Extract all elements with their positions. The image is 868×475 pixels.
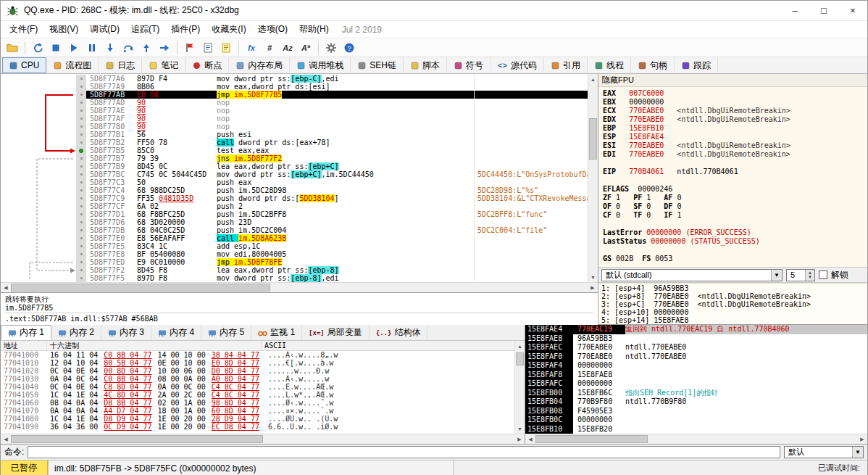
register-line[interactable]: EFLAGS 00000246 bbox=[603, 185, 863, 194]
stack-arg-line[interactable]: 5: [esp+14] 15E8FAE8 bbox=[601, 316, 864, 324]
disasm-row[interactable]: 5D8F77D668 3D020000push 23D bbox=[1, 218, 588, 226]
disasm-row[interactable]: 5D8F77B156push esi bbox=[1, 131, 588, 139]
stack-view[interactable]: 15E8FAE4770EAC19返回到 ntdll.770EAC19 自 ntd… bbox=[525, 325, 867, 434]
restart-button[interactable] bbox=[29, 40, 46, 56]
breakpoint-gutter[interactable] bbox=[76, 194, 86, 202]
scroll-thumb[interactable] bbox=[11, 435, 263, 443]
memory-row[interactable]: 7704101012 04 10 0480 5B 04 770E 00 10 0… bbox=[1, 359, 514, 367]
disassembly-vscrollbar[interactable]: ▲▼ bbox=[588, 74, 598, 282]
menu-plugins[interactable]: 插件(P) bbox=[165, 21, 206, 38]
chevron-down-icon[interactable]: ▼ bbox=[771, 270, 782, 281]
calculator-button[interactable]: fx bbox=[243, 40, 260, 56]
tab-dump-2[interactable]: 内存 2 bbox=[51, 325, 101, 340]
breakpoint-gutter[interactable] bbox=[76, 274, 86, 282]
registers-view[interactable]: EAX 007C6000EBX 00000000ECX 770EABE0 <nt… bbox=[598, 87, 867, 267]
register-line[interactable]: ESI 770EABE0 <ntdll.DbgUiRemoteBreakin> bbox=[603, 141, 863, 150]
breakpoint-gutter[interactable] bbox=[76, 242, 86, 250]
minimize-button[interactable]: – bbox=[780, 1, 809, 20]
breakpoint-gutter[interactable] bbox=[76, 75, 86, 83]
scroll-right-icon[interactable]: ▶ bbox=[588, 283, 598, 292]
register-line[interactable] bbox=[603, 159, 863, 168]
disasm-row[interactable]: 5D8F77D168 F8BFC25Dpush im.5DC2BFF85DC2B… bbox=[1, 210, 588, 218]
register-line[interactable]: ESP 15E8FAE4 bbox=[603, 133, 863, 141]
tab-breakpoints[interactable]: 断点 bbox=[185, 57, 229, 73]
close-button[interactable]: × bbox=[838, 1, 867, 20]
memory-row[interactable]: 7704109036 04 36 000C D9 04 771E 00 20 0… bbox=[1, 423, 514, 431]
hide-fpu-button[interactable]: 隐藏FPU bbox=[598, 74, 867, 87]
tab-call-stack[interactable]: 调用堆栈 bbox=[290, 57, 351, 73]
assemble-button[interactable]: A* bbox=[297, 40, 314, 56]
execute-till-return-button[interactable] bbox=[138, 40, 155, 56]
tab-log[interactable]: 日志 bbox=[99, 57, 142, 73]
command-input[interactable] bbox=[28, 446, 780, 458]
breakpoint-gutter[interactable] bbox=[76, 266, 86, 274]
breakpoint-gutter[interactable] bbox=[76, 123, 86, 131]
breakpoint-gutter[interactable] bbox=[76, 83, 86, 91]
memory-row[interactable]: 770410400C 04 0E 04C8 8D 04 770A 00 0C 0… bbox=[1, 383, 514, 391]
stack-row[interactable]: 15E8FB1015E8FB20 bbox=[525, 425, 867, 434]
disasm-row[interactable]: 5D8F77DB68 04C0C25Dpush im.5DC2C0045DC2C… bbox=[1, 226, 588, 234]
register-line[interactable]: CF 0 TF 0 IF 1 bbox=[603, 211, 863, 220]
stack-arg-line[interactable]: 2: [esp+8] 770EABE0 <ntdll.DbgUiRemoteBr… bbox=[601, 292, 864, 300]
memory-dump-hscrollbar[interactable]: ◀▶ bbox=[1, 434, 525, 444]
breakpoint-gutter[interactable] bbox=[76, 210, 86, 218]
tab-cpu[interactable]: CPU bbox=[2, 57, 46, 73]
disasm-row[interactable]: 5D8F77F5897D F8mov dword ptr ss:[ebp-8],… bbox=[1, 274, 588, 282]
disasm-row[interactable]: 5D8F77CF6A 02push 2 bbox=[1, 202, 588, 210]
breakpoint-gutter[interactable] bbox=[76, 115, 86, 123]
breakpoint-gutter[interactable] bbox=[76, 91, 86, 99]
stack-row[interactable]: 15E8FAFC00000000 bbox=[525, 379, 867, 389]
calling-convention-select[interactable]: 默认 (stdcall) ▼ bbox=[601, 269, 783, 281]
scroll-down-icon[interactable]: ▼ bbox=[515, 424, 525, 434]
menu-favourites[interactable]: 收藏夹(I) bbox=[206, 21, 251, 38]
scroll-up-icon[interactable]: ▲ bbox=[588, 74, 598, 84]
register-line[interactable]: ECX 770EABE0 <ntdll.DbgUiRemoteBreakin> bbox=[603, 107, 863, 115]
stack-arguments-view[interactable]: 1: [esp+4] 96A59BB32: [esp+8] 770EABE0 <… bbox=[598, 283, 867, 324]
run-button[interactable] bbox=[65, 40, 83, 56]
scroll-track[interactable] bbox=[515, 351, 525, 424]
stop-button[interactable] bbox=[47, 40, 64, 56]
breakpoint-gutter[interactable] bbox=[76, 178, 86, 186]
stack-row[interactable]: 15E8FAE896A59BB3 bbox=[525, 334, 867, 344]
tab-symbols[interactable]: 符号 bbox=[447, 57, 491, 73]
register-line[interactable] bbox=[603, 246, 863, 255]
disasm-row[interactable]: 5D8F77AD90nop bbox=[1, 99, 588, 107]
disasm-row[interactable]: 5D8F77E8BF 05400080mov edi,80004005 bbox=[1, 250, 588, 258]
spinner-arrows-icon[interactable]: ▲▼ bbox=[805, 270, 814, 281]
register-line[interactable]: ZF 1 PF 1 AF 0 bbox=[603, 194, 863, 202]
tab-threads[interactable]: 线程 bbox=[588, 57, 631, 73]
menu-options[interactable]: 选项(O) bbox=[252, 21, 293, 38]
breakpoint-gutter[interactable] bbox=[76, 170, 86, 178]
breakpoint-gutter[interactable] bbox=[76, 139, 86, 146]
menu-help[interactable]: 帮助(H) bbox=[293, 21, 335, 38]
breakpoint-gutter[interactable] bbox=[76, 131, 86, 139]
step-into-button[interactable] bbox=[101, 40, 119, 56]
memory-row[interactable]: 770410200C 04 0E 0400 8D 04 7710 00 06 0… bbox=[1, 367, 514, 375]
disassembly-view[interactable]: 5D8F77A6897D F4mov dword ptr ss:[ebp-C],… bbox=[1, 74, 588, 282]
patch-file-button[interactable]: # bbox=[261, 40, 278, 56]
stack-row[interactable]: 15E8FAF815E8FAE8 bbox=[525, 371, 867, 380]
memory-row[interactable]: 7704106008 04 0A 04D8 8B 04 7702 00 1A 0… bbox=[1, 399, 514, 407]
breakpoint-gutter[interactable] bbox=[76, 162, 86, 170]
register-line[interactable]: EIP 770B4061 ntdll.770B4061 bbox=[603, 168, 863, 176]
breakpoint-gutter[interactable] bbox=[76, 202, 86, 210]
register-line[interactable]: OF 0 SF 0 DF 0 bbox=[603, 202, 863, 211]
scroll-left-icon[interactable]: ◀ bbox=[525, 434, 535, 444]
scroll-up-icon[interactable]: ▲ bbox=[515, 341, 525, 351]
stack-row[interactable]: 15E8FB08F45905E3 bbox=[525, 407, 867, 416]
breakpoint-gutter[interactable] bbox=[76, 226, 86, 234]
disasm-row[interactable]: 5D8F77E583C4 1Cadd esp,1C bbox=[1, 242, 588, 250]
menu-debug[interactable]: 调试(D) bbox=[84, 21, 125, 38]
memory-row[interactable]: 770410501C 04 1E 044C 8D 04 772A 00 2C 0… bbox=[1, 391, 514, 399]
register-line[interactable]: EBP 15E8FB10 bbox=[603, 124, 863, 133]
disasm-row[interactable]: 5D8F77ABEB 08jmp im.5D8F77B5 bbox=[1, 91, 588, 99]
notes-button[interactable] bbox=[217, 40, 235, 56]
scroll-left-icon[interactable]: ◀ bbox=[1, 283, 11, 292]
stack-row[interactable]: 15E8FB0015E8FB6C指向SEH_Record[1]的指针 bbox=[525, 389, 867, 398]
disasm-row[interactable]: 5D8F77B585C0test eax,eax bbox=[1, 146, 588, 154]
maximize-button[interactable]: □ bbox=[809, 1, 838, 20]
menu-view[interactable]: 视图(V) bbox=[43, 21, 84, 38]
disassembly-hscrollbar[interactable]: ◀▶ bbox=[1, 282, 598, 292]
tab-dump-3[interactable]: 内存 3 bbox=[101, 325, 151, 340]
argument-count-spinner[interactable]: 5 ▲▼ bbox=[786, 269, 815, 281]
